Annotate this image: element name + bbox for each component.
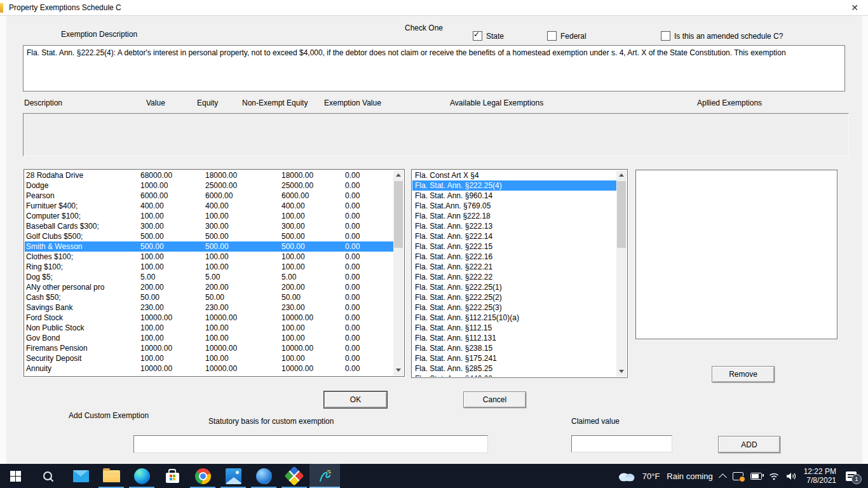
exemption-description-field[interactable]: Fla. Stat. Ann. §222.25(4): A debtor's i…: [23, 45, 845, 92]
property-cell: 300.00: [205, 221, 229, 231]
battery-icon[interactable]: [750, 473, 762, 480]
chevron-up-icon[interactable]: [719, 473, 727, 482]
property-cell: 100.00: [140, 374, 164, 376]
statutory-basis-input[interactable]: [133, 435, 488, 453]
property-row[interactable]: Security Deposit100.00100.00100.000.00: [25, 353, 393, 363]
search-button[interactable]: [32, 464, 63, 488]
state-checkbox[interactable]: ✓ State: [473, 31, 504, 41]
property-cell: 10000.00: [205, 343, 237, 353]
property-cell: Security Deposit: [26, 353, 138, 363]
legal-exemption-item[interactable]: Fla. Stat. Ann. §222.21: [412, 262, 616, 272]
scrollbar-thumb[interactable]: [394, 181, 403, 248]
legal-exemption-item[interactable]: Fla. Stat. Ann. §222.25(1): [412, 282, 616, 292]
property-cell: 0.00: [345, 374, 360, 376]
property-row[interactable]: Savings Bank230.00230.00230.000.00: [25, 302, 393, 313]
property-list-scrollbar[interactable]: [393, 170, 403, 376]
state-checkbox-box[interactable]: ✓: [473, 31, 482, 41]
property-row[interactable]: Dog $5;5.005.005.000.00: [25, 272, 393, 282]
property-row[interactable]: Ford Stock10000.0010000.0010000.000.00: [25, 313, 393, 323]
property-row[interactable]: Smith & Wesson500.00500.00500.000.00: [25, 241, 393, 252]
property-row[interactable]: ANy other personal pro200.00200.00200.00…: [25, 282, 393, 292]
property-row[interactable]: Clothes $100;100.00100.00100.000.00: [25, 252, 393, 262]
legal-exemption-item[interactable]: Fla. Stat. Ann. §112.15: [412, 323, 616, 333]
taskbar-mail[interactable]: [65, 464, 96, 488]
legal-exemption-item[interactable]: Fla. Stat. Ann. §285.25: [412, 363, 616, 374]
scrollbar-thumb[interactable]: [617, 181, 626, 248]
property-row[interactable]: Baseball Cards $300;300.00300.00300.000.…: [25, 221, 393, 231]
taskbar-globe-app[interactable]: [248, 464, 279, 488]
property-cell: 0.00: [345, 313, 360, 323]
federal-checkbox-box[interactable]: ✓: [547, 31, 557, 41]
property-row[interactable]: Pearson6000.006000.006000.000.00: [25, 191, 393, 201]
cancel-button[interactable]: Cancel: [463, 391, 526, 408]
scroll-down-icon[interactable]: [616, 367, 627, 377]
legal-exemption-item[interactable]: Fla. Stat. Ann. §222.25(3): [412, 302, 616, 313]
volume-icon[interactable]: [786, 472, 797, 480]
legal-exemption-item[interactable]: Fla. Stat. Ann §222.18: [412, 211, 616, 221]
taskbar-store[interactable]: [157, 464, 187, 488]
legal-exemption-item[interactable]: Fla. Stat. Ann. §222.15: [412, 241, 616, 252]
ok-button[interactable]: OK: [324, 391, 387, 408]
legal-exemption-item[interactable]: Fla. Stat. Ann. §222.25(2): [412, 292, 616, 302]
taskbar-chrome[interactable]: [187, 464, 218, 488]
remove-button[interactable]: Remove: [712, 366, 775, 383]
legal-exemption-item[interactable]: Fla. Stat. Ann. §440.22: [412, 374, 616, 377]
property-cell: 230.00: [281, 302, 305, 313]
taskbar-clock[interactable]: 12:22 PM 7/8/2021: [804, 467, 836, 485]
property-row[interactable]: Dodge1000.0025000.0025000.000.00: [25, 180, 393, 191]
legal-exemption-item[interactable]: Fla. Stat. Ann. §222.25(4): [412, 180, 616, 191]
taskbar-photos[interactable]: [218, 464, 248, 488]
property-cell: 0.00: [345, 241, 360, 252]
legal-exemption-item[interactable]: Fla. Stat. Ann. §112.131: [412, 333, 616, 343]
claimed-value-input[interactable]: [571, 435, 672, 452]
weather-temp[interactable]: 70°F: [642, 471, 660, 481]
close-icon[interactable]: ✕: [849, 2, 860, 13]
legal-list-scrollbar[interactable]: [616, 170, 627, 377]
legal-exemption-item[interactable]: Fla. Stat. Ann. §175.241: [412, 353, 616, 363]
add-button[interactable]: ADD: [718, 436, 780, 453]
taskbar-file-explorer[interactable]: [96, 464, 126, 488]
property-cell: Computer $100;: [26, 211, 138, 221]
property-row[interactable]: Cash $50;50.0050.0050.000.00: [25, 292, 393, 302]
legal-exemption-item[interactable]: Fla. Stat. Ann. §222.16: [412, 252, 616, 262]
scroll-up-icon[interactable]: [393, 170, 403, 180]
property-row[interactable]: Non Public Stock100.00100.00100.000.00: [25, 323, 393, 333]
weather-condition[interactable]: Rain coming: [667, 471, 712, 481]
property-row[interactable]: Gov Bond100.00100.00100.000.00: [25, 333, 393, 343]
property-row[interactable]: Annuity10000.0010000.0010000.000.00: [25, 363, 393, 374]
wifi-icon[interactable]: [769, 472, 779, 480]
property-row[interactable]: Golf Clubs $500;500.00500.00500.000.00: [25, 231, 393, 241]
property-row[interactable]: Furnituer $400;400.00400.00400.000.00: [25, 201, 393, 211]
legal-exemption-item[interactable]: Fla. Stat. Ann. §222.13: [412, 221, 616, 231]
amended-checkbox[interactable]: ✓ Is this an amended schedule C?: [661, 31, 783, 41]
legal-exemption-item[interactable]: Fla. Stat. Ann. §222.14: [412, 231, 616, 241]
taskbar-pinwheel-app[interactable]: [279, 464, 309, 488]
scroll-up-icon[interactable]: [616, 170, 627, 180]
legal-exemption-item[interactable]: Fla. Stat. Ann. §222.22: [412, 272, 616, 282]
property-row[interactable]: Computer $100;100.00100.00100.000.00: [25, 211, 393, 221]
property-cell: 0.00: [345, 211, 360, 221]
legal-exemption-item[interactable]: Fla. Const Art X §4: [412, 170, 616, 180]
notification-center-button[interactable]: 1: [846, 471, 857, 481]
weather-cloud-icon[interactable]: [618, 471, 635, 482]
property-row[interactable]: Firemans Pension10000.0010000.0010000.00…: [25, 343, 393, 353]
taskbar-edge[interactable]: [126, 464, 157, 488]
property-row[interactable]: Tuition D100.00100.00100.000.00: [25, 374, 393, 376]
scroll-down-icon[interactable]: [393, 365, 403, 376]
display-notification-icon[interactable]: [733, 472, 743, 480]
legal-exemption-item[interactable]: Fla. Stat.Ann. §769.05: [412, 201, 616, 211]
federal-checkbox[interactable]: ✓ Federal: [547, 31, 587, 41]
start-button[interactable]: [0, 464, 31, 488]
legal-exemption-item[interactable]: Fla. Stat. Ann. §960.14: [412, 191, 616, 201]
legal-exemption-item[interactable]: Fla. Stat. Ann. §112.215(10)(a): [412, 313, 616, 323]
property-row[interactable]: 28 Rodaha Drive68000.0018000.0018000.000…: [25, 170, 393, 180]
legal-exemption-item[interactable]: Fla. Stat. Ann. §238.15: [412, 343, 616, 353]
property-cell: 10000.00: [281, 363, 313, 374]
property-cell: 200.00: [281, 282, 305, 292]
applied-exemptions-list[interactable]: [635, 170, 837, 339]
property-row[interactable]: Ring $100;100.00100.00100.000.00: [25, 262, 393, 272]
property-cell: 300.00: [281, 221, 305, 231]
amended-checkbox-box[interactable]: ✓: [661, 31, 670, 41]
claimed-value-label: Claimed value: [571, 417, 620, 426]
taskbar-active-app[interactable]: [309, 464, 340, 488]
